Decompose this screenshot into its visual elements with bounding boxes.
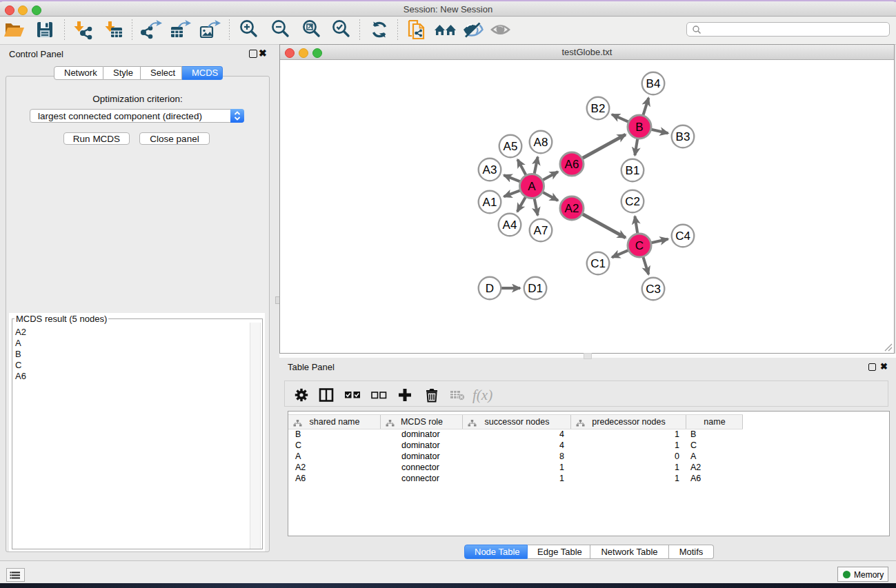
- svg-text:B: B: [635, 121, 643, 134]
- svg-text:A1: A1: [483, 196, 497, 209]
- svg-text:D: D: [486, 282, 494, 295]
- svg-text:C3: C3: [646, 283, 661, 296]
- svg-text:A2: A2: [565, 202, 579, 215]
- svg-text:f(x): f(x): [472, 387, 492, 403]
- svg-text:B4: B4: [646, 77, 661, 90]
- svg-text:A7: A7: [534, 224, 548, 237]
- svg-text:B3: B3: [676, 130, 690, 143]
- svg-text:A: A: [528, 180, 536, 193]
- svg-text:A6: A6: [565, 158, 579, 171]
- svg-text:A8: A8: [534, 136, 548, 149]
- svg-text:A4: A4: [503, 219, 517, 232]
- svg-text:D1: D1: [528, 282, 543, 295]
- svg-text:A3: A3: [483, 163, 497, 176]
- svg-text:C4: C4: [675, 230, 690, 243]
- svg-text:A5: A5: [504, 140, 518, 153]
- svg-text:B1: B1: [626, 164, 640, 177]
- svg-text:B2: B2: [591, 102, 606, 115]
- svg-text:C1: C1: [590, 257, 606, 270]
- svg-text:C: C: [635, 239, 644, 252]
- svg-text:C2: C2: [625, 195, 640, 208]
